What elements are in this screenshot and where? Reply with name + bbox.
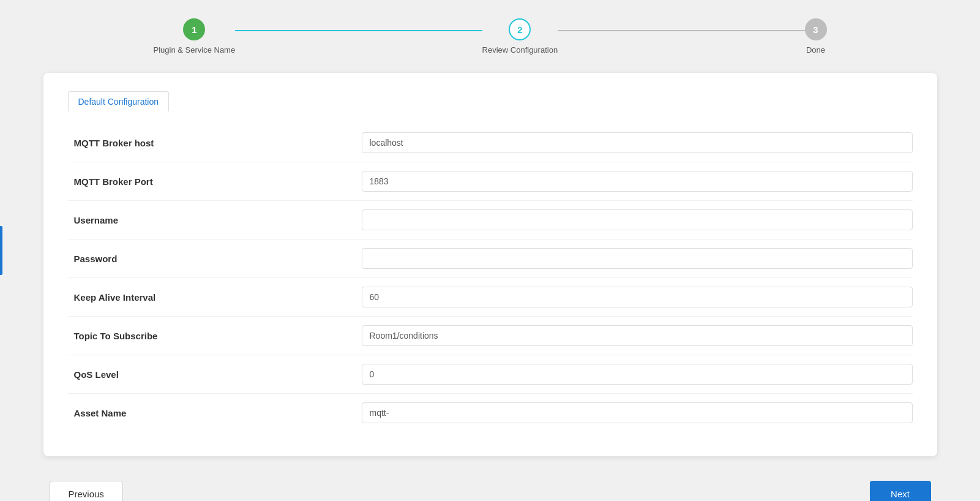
username-input[interactable] [362,209,913,230]
stepper: 1 Plugin & Service Name 2 Review Configu… [154,18,827,55]
step-3-number: 3 [813,24,818,35]
keep-alive-input[interactable] [362,287,913,307]
step-2-circle: 2 [509,18,531,40]
next-label: Next [891,489,910,499]
step-1: 1 Plugin & Service Name [154,18,236,55]
tab-label: Default Configuration [78,97,159,107]
mqtt-broker-host-label: MQTT Broker host [68,138,362,148]
form-row-mqtt-broker-port: MQTT Broker Port [68,162,913,201]
form-row-keep-alive: Keep Alive Interval [68,278,913,317]
asset-name-label: Asset Name [68,408,362,418]
step-line-1 [235,30,482,31]
step-2-label: Review Configuration [482,45,558,55]
page-container: 1 Plugin & Service Name 2 Review Configu… [0,0,980,501]
mqtt-broker-port-label: MQTT Broker Port [68,176,362,187]
topic-subscribe-input[interactable] [362,325,913,346]
keep-alive-label: Keep Alive Interval [68,292,362,303]
step-2-number: 2 [517,24,522,35]
bottom-navigation: Previous Next [43,481,937,501]
step-3-label: Done [806,45,825,55]
password-input[interactable] [362,248,913,269]
step-line-2 [558,30,804,31]
previous-label: Previous [69,489,104,499]
next-button[interactable]: Next [870,481,931,501]
form-row-asset-name: Asset Name [68,394,913,432]
step-3: 3 Done [805,18,827,55]
step-3-circle: 3 [805,18,827,40]
form-section: MQTT Broker host MQTT Broker Port Userna… [68,124,913,432]
previous-button[interactable]: Previous [50,481,123,501]
step-1-number: 1 [192,24,196,35]
form-row-mqtt-broker-host: MQTT Broker host [68,124,913,162]
username-label: Username [68,215,362,225]
step-2: 2 Review Configuration [482,18,558,55]
left-accent [0,226,2,275]
default-configuration-tab[interactable]: Default Configuration [68,91,170,111]
step-1-label: Plugin & Service Name [154,45,236,55]
qos-level-label: QoS Level [68,369,362,380]
topic-subscribe-label: Topic To Subscribe [68,331,362,341]
password-label: Password [68,254,362,264]
asset-name-input[interactable] [362,402,913,423]
step-1-circle: 1 [183,18,205,40]
form-row-topic-subscribe: Topic To Subscribe [68,317,913,355]
mqtt-broker-port-input[interactable] [362,171,913,192]
qos-level-input[interactable] [362,364,913,385]
form-row-username: Username [68,201,913,239]
mqtt-broker-host-input[interactable] [362,132,913,153]
form-row-password: Password [68,239,913,278]
form-row-qos-level: QoS Level [68,355,913,394]
config-card: Default Configuration MQTT Broker host M… [43,73,937,456]
